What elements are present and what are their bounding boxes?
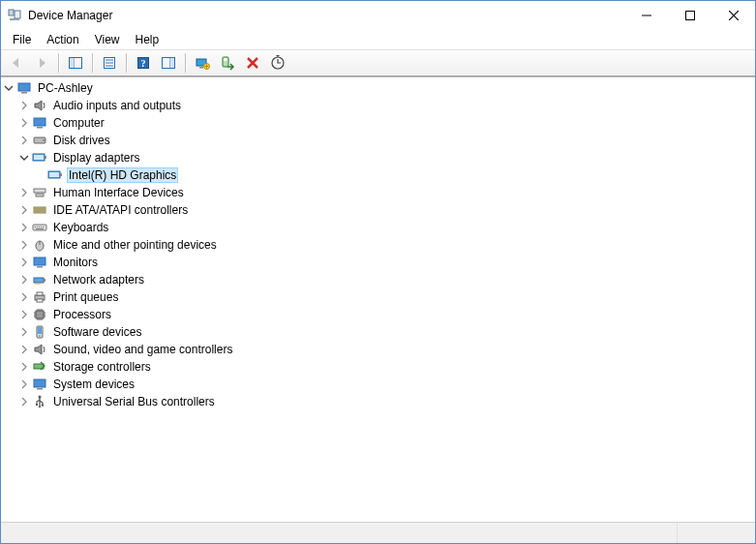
software-device-icon [32, 324, 47, 340]
properties-button[interactable] [98, 52, 121, 74]
tree-category-ide[interactable]: IDE ATA/ATAPI controllers [1, 201, 755, 219]
svg-rect-1 [15, 11, 20, 18]
chevron-right-icon[interactable] [16, 220, 32, 235]
chevron-right-icon[interactable] [16, 237, 32, 253]
tree-category-print[interactable]: Print queues [1, 288, 755, 306]
window-controls [624, 1, 755, 30]
svg-rect-27 [18, 83, 30, 91]
chevron-right-icon[interactable] [16, 307, 32, 322]
svg-rect-2 [10, 18, 19, 20]
tree-device-intel-hd-graphics[interactable]: Intel(R) HD Graphics [1, 166, 755, 184]
tree-category-storage[interactable]: Storage controllers [1, 358, 755, 376]
tree-category-label: Display adapters [51, 150, 141, 166]
monitor-icon [32, 255, 47, 270]
tree-category-processors[interactable]: Processors [1, 306, 755, 323]
chevron-right-icon[interactable] [16, 324, 32, 340]
close-button[interactable] [711, 1, 755, 30]
chevron-right-icon[interactable] [16, 394, 32, 409]
tree-category-keyboards[interactable]: Keyboards [1, 219, 755, 236]
chevron-right-icon[interactable] [16, 133, 32, 148]
minimize-button[interactable] [624, 1, 668, 30]
svg-rect-59 [44, 279, 45, 282]
tree-category-display[interactable]: Display adapters [1, 149, 755, 166]
svg-rect-37 [49, 172, 59, 177]
processor-icon [32, 307, 47, 322]
tree-category-label: Processors [51, 307, 113, 322]
svg-rect-30 [37, 127, 43, 129]
svg-point-32 [43, 139, 45, 141]
tree-category-mice[interactable]: Mice and other pointing devices [1, 236, 755, 254]
tree-category-hid[interactable]: Human Interface Devices [1, 184, 755, 201]
svg-rect-83 [34, 379, 45, 387]
tree-category-network[interactable]: Network adapters [1, 271, 755, 288]
display-adapter-icon [32, 150, 47, 166]
svg-point-81 [39, 335, 41, 337]
tree-category-label: Disk drives [51, 133, 112, 148]
svg-rect-4 [685, 12, 694, 20]
titlebar: Device Manager [1, 1, 755, 30]
svg-rect-57 [37, 266, 43, 268]
toolbar-separator [126, 53, 127, 73]
monitor-icon [32, 115, 47, 131]
svg-rect-39 [34, 189, 45, 193]
chevron-right-icon[interactable] [16, 255, 32, 270]
network-adapter-icon [32, 272, 47, 287]
chevron-right-icon[interactable] [16, 272, 32, 287]
chevron-right-icon[interactable] [16, 359, 32, 375]
tree-category-system[interactable]: System devices [1, 376, 755, 393]
uninstall-device-button[interactable] [241, 52, 264, 74]
action-pane-button[interactable] [157, 52, 180, 74]
chevron-right-icon[interactable] [16, 98, 32, 113]
tree-category-sound[interactable]: Sound, video and game controllers [1, 341, 755, 358]
tree-category-label: Human Interface Devices [51, 185, 186, 200]
enable-device-button[interactable] [216, 52, 239, 74]
chevron-down-icon[interactable] [16, 150, 32, 166]
chevron-right-icon[interactable] [16, 289, 32, 305]
tree-category-label: Print queues [51, 289, 120, 305]
status-cell [678, 523, 755, 543]
tree-category-usb[interactable]: Universal Serial Bus controllers [1, 393, 755, 410]
forward-button[interactable] [30, 52, 53, 74]
tree-category-label: Monitors [51, 255, 100, 270]
chevron-right-icon[interactable] [16, 202, 32, 218]
device-tree[interactable]: PC-Ashley Audio inputs and outputs Compu… [1, 76, 755, 522]
tree-category-computer[interactable]: Computer [1, 114, 755, 132]
tree-category-label: Keyboards [51, 220, 110, 235]
help-button[interactable]: ? [132, 52, 155, 74]
menu-file[interactable]: File [5, 31, 39, 48]
update-driver-button[interactable] [191, 52, 214, 74]
menu-help[interactable]: Help [128, 31, 167, 48]
svg-rect-0 [9, 10, 14, 15]
svg-rect-66 [36, 311, 44, 318]
tree-category-software[interactable]: Software devices [1, 323, 755, 341]
tree-category-disk[interactable]: Disk drives [1, 132, 755, 149]
chevron-right-icon[interactable] [16, 377, 32, 392]
svg-rect-53 [36, 228, 44, 229]
svg-rect-87 [36, 404, 38, 406]
tree-category-audio[interactable]: Audio inputs and outputs [1, 97, 755, 114]
svg-rect-20 [199, 67, 203, 69]
chevron-down-icon[interactable] [1, 80, 16, 96]
tree-category-label: Network adapters [51, 272, 146, 287]
tree-category-label: Mice and other pointing devices [51, 237, 219, 253]
statusbar [1, 522, 755, 543]
mouse-icon [32, 237, 47, 253]
menu-action[interactable]: Action [39, 31, 86, 48]
tree-category-monitors[interactable]: Monitors [1, 254, 755, 271]
show-hide-console-tree-button[interactable] [64, 52, 87, 74]
display-adapter-icon [47, 167, 63, 183]
svg-rect-34 [34, 155, 44, 160]
scan-hardware-button[interactable] [266, 52, 289, 74]
svg-rect-51 [41, 227, 42, 227]
menubar: File Action View Help [1, 30, 755, 49]
svg-rect-35 [45, 156, 46, 159]
chevron-right-icon[interactable] [16, 342, 32, 357]
svg-rect-48 [35, 227, 36, 227]
chevron-right-icon[interactable] [16, 115, 32, 131]
tree-root-row[interactable]: PC-Ashley [1, 79, 755, 97]
maximize-button[interactable] [668, 1, 711, 30]
back-button[interactable] [5, 52, 28, 74]
svg-text:?: ? [141, 58, 146, 69]
menu-view[interactable]: View [87, 31, 128, 48]
chevron-right-icon[interactable] [16, 185, 32, 200]
